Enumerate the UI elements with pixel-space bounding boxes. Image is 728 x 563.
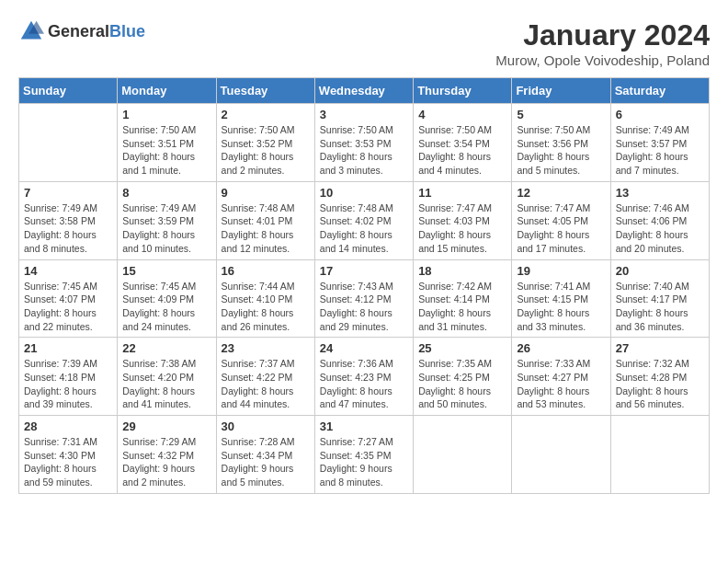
calendar-cell: 8Sunrise: 7:49 AM Sunset: 3:59 PM Daylig… [118,181,216,259]
col-header-thursday: Thursday [414,78,512,104]
calendar-cell: 3Sunrise: 7:50 AM Sunset: 3:53 PM Daylig… [314,104,413,182]
day-info: Sunrise: 7:37 AM Sunset: 4:22 PM Dayligh… [222,357,310,411]
day-number: 28 [24,419,112,433]
calendar-cell: 19Sunrise: 7:41 AM Sunset: 4:15 PM Dayli… [512,259,610,338]
calendar-cell: 7Sunrise: 7:49 AM Sunset: 3:58 PM Daylig… [19,181,118,259]
day-info: Sunrise: 7:28 AM Sunset: 4:34 PM Dayligh… [222,435,310,489]
calendar-cell: 27Sunrise: 7:32 AM Sunset: 4:28 PM Dayli… [610,338,709,416]
day-number: 14 [24,264,112,278]
day-number: 15 [122,264,210,278]
day-info: Sunrise: 7:27 AM Sunset: 4:35 PM Dayligh… [320,435,408,489]
calendar-cell: 26Sunrise: 7:33 AM Sunset: 4:27 PM Dayli… [512,338,610,416]
header-row: SundayMondayTuesdayWednesdayThursdayFrid… [19,78,710,104]
calendar-cell [414,416,512,494]
day-info: Sunrise: 7:44 AM Sunset: 4:10 PM Dayligh… [222,280,310,334]
calendar-cell: 4Sunrise: 7:50 AM Sunset: 3:54 PM Daylig… [414,104,512,182]
day-info: Sunrise: 7:47 AM Sunset: 4:05 PM Dayligh… [517,201,605,256]
day-info: Sunrise: 7:29 AM Sunset: 4:32 PM Dayligh… [122,435,210,489]
day-number: 2 [222,108,310,121]
calendar-cell: 24Sunrise: 7:36 AM Sunset: 4:23 PM Dayli… [314,338,413,416]
day-number: 23 [222,341,310,355]
calendar-cell: 1Sunrise: 7:50 AM Sunset: 3:51 PM Daylig… [118,104,216,182]
day-number: 21 [24,341,112,355]
day-info: Sunrise: 7:38 AM Sunset: 4:20 PM Dayligh… [122,357,210,411]
day-info: Sunrise: 7:50 AM Sunset: 3:56 PM Dayligh… [517,123,605,178]
logo-text-blue: Blue [109,22,145,40]
calendar-cell: 6Sunrise: 7:49 AM Sunset: 3:57 PM Daylig… [610,104,709,182]
day-info: Sunrise: 7:50 AM Sunset: 3:53 PM Dayligh… [320,123,408,178]
day-number: 12 [517,186,605,200]
day-number: 16 [222,264,310,278]
calendar-cell: 2Sunrise: 7:50 AM Sunset: 3:52 PM Daylig… [216,104,314,182]
day-number: 6 [616,108,704,121]
day-number: 20 [616,264,704,278]
header: GeneralBlue January 2024 Murow, Opole Vo… [18,18,710,68]
col-header-wednesday: Wednesday [314,78,413,104]
day-number: 27 [616,341,704,355]
day-number: 13 [616,186,704,200]
logo-text-general: General [48,22,109,40]
calendar-cell: 20Sunrise: 7:40 AM Sunset: 4:17 PM Dayli… [610,259,709,338]
day-info: Sunrise: 7:35 AM Sunset: 4:25 PM Dayligh… [418,357,506,411]
calendar-cell [610,416,709,494]
day-number: 22 [122,341,210,355]
calendar-cell: 22Sunrise: 7:38 AM Sunset: 4:20 PM Dayli… [118,338,216,416]
calendar-cell: 23Sunrise: 7:37 AM Sunset: 4:22 PM Dayli… [216,338,314,416]
day-info: Sunrise: 7:47 AM Sunset: 4:03 PM Dayligh… [418,201,506,256]
col-header-tuesday: Tuesday [216,78,314,104]
calendar-cell: 25Sunrise: 7:35 AM Sunset: 4:25 PM Dayli… [414,338,512,416]
day-number: 3 [320,108,408,121]
day-number: 26 [517,341,605,355]
calendar-cell: 30Sunrise: 7:28 AM Sunset: 4:34 PM Dayli… [216,416,314,494]
day-info: Sunrise: 7:33 AM Sunset: 4:27 PM Dayligh… [517,357,605,411]
day-info: Sunrise: 7:50 AM Sunset: 3:54 PM Dayligh… [418,123,506,178]
day-number: 29 [122,419,210,433]
day-number: 17 [320,264,408,278]
week-row-2: 7Sunrise: 7:49 AM Sunset: 3:58 PM Daylig… [19,181,710,259]
week-row-4: 21Sunrise: 7:39 AM Sunset: 4:18 PM Dayli… [19,338,710,416]
calendar-cell: 17Sunrise: 7:43 AM Sunset: 4:12 PM Dayli… [314,259,413,338]
day-number: 10 [320,186,408,200]
day-info: Sunrise: 7:49 AM Sunset: 3:57 PM Dayligh… [616,123,704,178]
day-number: 5 [517,108,605,121]
calendar-cell: 18Sunrise: 7:42 AM Sunset: 4:14 PM Dayli… [414,259,512,338]
day-info: Sunrise: 7:32 AM Sunset: 4:28 PM Dayligh… [616,357,704,411]
day-number: 4 [418,108,506,121]
calendar-cell: 14Sunrise: 7:45 AM Sunset: 4:07 PM Dayli… [19,259,118,338]
calendar-cell: 12Sunrise: 7:47 AM Sunset: 4:05 PM Dayli… [512,181,610,259]
day-info: Sunrise: 7:31 AM Sunset: 4:30 PM Dayligh… [24,435,112,489]
col-header-saturday: Saturday [610,78,709,104]
day-info: Sunrise: 7:50 AM Sunset: 3:51 PM Dayligh… [122,123,210,178]
day-number: 8 [122,186,210,200]
day-info: Sunrise: 7:48 AM Sunset: 4:02 PM Dayligh… [320,201,408,256]
day-info: Sunrise: 7:48 AM Sunset: 4:01 PM Dayligh… [222,201,310,256]
calendar-cell: 5Sunrise: 7:50 AM Sunset: 3:56 PM Daylig… [512,104,610,182]
day-info: Sunrise: 7:49 AM Sunset: 3:59 PM Dayligh… [122,201,210,256]
day-number: 31 [320,419,408,433]
day-info: Sunrise: 7:49 AM Sunset: 3:58 PM Dayligh… [24,201,112,256]
col-header-sunday: Sunday [19,78,118,104]
day-info: Sunrise: 7:43 AM Sunset: 4:12 PM Dayligh… [320,280,408,334]
calendar-cell: 9Sunrise: 7:48 AM Sunset: 4:01 PM Daylig… [216,181,314,259]
day-info: Sunrise: 7:45 AM Sunset: 4:07 PM Dayligh… [24,280,112,334]
calendar-cell: 16Sunrise: 7:44 AM Sunset: 4:10 PM Dayli… [216,259,314,338]
calendar-cell: 31Sunrise: 7:27 AM Sunset: 4:35 PM Dayli… [314,416,413,494]
day-number: 24 [320,341,408,355]
day-info: Sunrise: 7:42 AM Sunset: 4:14 PM Dayligh… [418,280,506,334]
calendar-cell: 29Sunrise: 7:29 AM Sunset: 4:32 PM Dayli… [118,416,216,494]
calendar-cell: 28Sunrise: 7:31 AM Sunset: 4:30 PM Dayli… [19,416,118,494]
week-row-3: 14Sunrise: 7:45 AM Sunset: 4:07 PM Dayli… [19,259,710,338]
logo: GeneralBlue [18,18,145,44]
day-number: 9 [222,186,310,200]
day-number: 19 [517,264,605,278]
week-row-5: 28Sunrise: 7:31 AM Sunset: 4:30 PM Dayli… [19,416,710,494]
day-info: Sunrise: 7:46 AM Sunset: 4:06 PM Dayligh… [616,201,704,256]
logo-icon [18,18,44,44]
day-info: Sunrise: 7:50 AM Sunset: 3:52 PM Dayligh… [222,123,310,178]
calendar-cell: 11Sunrise: 7:47 AM Sunset: 4:03 PM Dayli… [414,181,512,259]
day-info: Sunrise: 7:45 AM Sunset: 4:09 PM Dayligh… [122,280,210,334]
day-number: 7 [24,186,112,200]
day-info: Sunrise: 7:40 AM Sunset: 4:17 PM Dayligh… [616,280,704,334]
day-number: 18 [418,264,506,278]
calendar-table: SundayMondayTuesdayWednesdayThursdayFrid… [18,77,710,494]
